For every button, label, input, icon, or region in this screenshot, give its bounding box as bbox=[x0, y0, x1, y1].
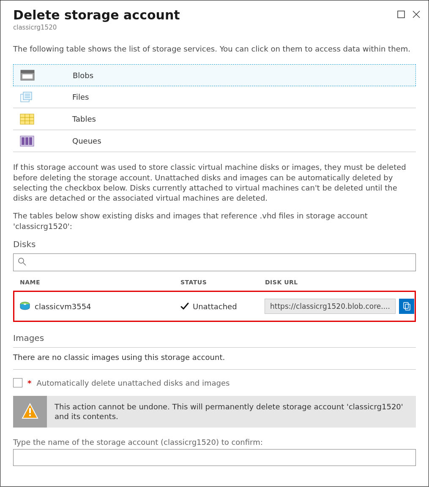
storage-services-list: Blobs Files Tables Queues bbox=[13, 64, 416, 152]
svg-rect-26 bbox=[29, 408, 31, 413]
svg-point-23 bbox=[24, 304, 26, 305]
svg-rect-18 bbox=[25, 137, 28, 145]
images-empty-message: There are no classic images using this s… bbox=[13, 353, 416, 362]
service-row-queues[interactable]: Queues bbox=[13, 130, 416, 152]
svg-rect-5 bbox=[22, 74, 33, 79]
blade-header: Delete storage account classicrg1520 bbox=[0, 0, 429, 36]
files-icon bbox=[20, 92, 34, 103]
svg-rect-11 bbox=[20, 114, 34, 124]
disks-heading: Disks bbox=[13, 239, 416, 249]
disks-table-row[interactable]: classicvm3554 Unattached https://classic… bbox=[13, 291, 416, 322]
disks-table-header: NAME STATUS DISK URL bbox=[13, 274, 416, 291]
page-title: Delete storage account bbox=[13, 8, 396, 22]
disk-name: classicvm3554 bbox=[35, 302, 91, 311]
window-controls bbox=[396, 8, 421, 19]
service-label: Files bbox=[72, 93, 89, 101]
warning-icon bbox=[13, 396, 47, 428]
svg-rect-4 bbox=[21, 70, 34, 73]
warning-banner: This action cannot be undone. This will … bbox=[13, 396, 416, 428]
notice-paragraph-2: The tables below show existing disks and… bbox=[13, 211, 416, 232]
svg-line-21 bbox=[23, 263, 26, 265]
auto-delete-checkbox[interactable] bbox=[13, 378, 22, 387]
maximize-button[interactable] bbox=[396, 10, 406, 19]
col-header-url: DISK URL bbox=[265, 279, 413, 286]
svg-rect-25 bbox=[405, 304, 410, 310]
tables-icon bbox=[20, 114, 34, 125]
close-button[interactable] bbox=[412, 10, 421, 19]
auto-delete-checkbox-row: * Automatically delete unattached disks … bbox=[13, 378, 416, 387]
intro-text: The following table shows the list of st… bbox=[13, 44, 416, 54]
col-header-name: NAME bbox=[20, 279, 180, 286]
disk-status: Unattached bbox=[193, 302, 237, 311]
header-text: Delete storage account classicrg1520 bbox=[13, 8, 396, 31]
warning-text: This action cannot be undone. This will … bbox=[47, 396, 416, 428]
blade-content: The following table shows the list of st… bbox=[0, 36, 429, 466]
confirm-label: Type the name of the storage account (cl… bbox=[13, 438, 416, 447]
auto-delete-label: Automatically delete unattached disks an… bbox=[36, 379, 230, 387]
service-label: Tables bbox=[72, 114, 96, 123]
service-label: Queues bbox=[72, 136, 101, 145]
svg-rect-24 bbox=[404, 302, 408, 308]
svg-rect-0 bbox=[398, 11, 404, 18]
required-star: * bbox=[27, 379, 31, 387]
search-icon bbox=[18, 257, 26, 267]
service-row-blobs[interactable]: Blobs bbox=[13, 64, 416, 86]
disk-icon bbox=[19, 302, 30, 311]
blobs-icon bbox=[20, 70, 35, 81]
images-section: There are no classic images using this s… bbox=[13, 348, 416, 370]
service-label: Blobs bbox=[73, 71, 93, 80]
checkmark-icon bbox=[180, 302, 189, 311]
disk-url-field[interactable]: https://classicrg1520.blob.core.... bbox=[265, 299, 396, 314]
copy-url-button[interactable] bbox=[399, 299, 414, 314]
disks-search-input[interactable] bbox=[26, 258, 411, 267]
svg-point-20 bbox=[19, 258, 24, 263]
service-row-files[interactable]: Files bbox=[13, 86, 416, 108]
disks-search-box[interactable] bbox=[13, 253, 416, 271]
notice-paragraph-1: If this storage account was used to stor… bbox=[13, 162, 416, 203]
images-heading: Images bbox=[13, 333, 416, 343]
svg-rect-17 bbox=[22, 137, 25, 145]
service-row-tables[interactable]: Tables bbox=[13, 108, 416, 130]
svg-rect-27 bbox=[29, 414, 31, 416]
queues-icon bbox=[20, 136, 34, 147]
svg-rect-19 bbox=[29, 137, 32, 145]
page-subtitle: classicrg1520 bbox=[13, 24, 396, 31]
confirm-input[interactable] bbox=[13, 449, 416, 466]
col-header-status: STATUS bbox=[180, 279, 265, 286]
